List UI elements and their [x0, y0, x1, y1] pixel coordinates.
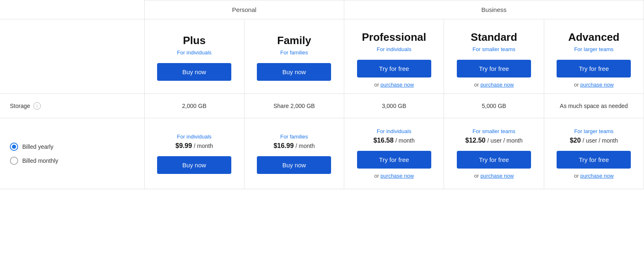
billed-yearly-option[interactable]: Billed yearly	[10, 143, 134, 151]
empty-header	[0, 0, 144, 19]
business-group-header: Business	[344, 0, 644, 19]
group-header-row: Personal Business	[0, 0, 644, 19]
billed-yearly-label: Billed yearly	[22, 143, 53, 150]
advanced-billing-cell: For larger teams $20 / user / month Try …	[544, 118, 644, 189]
storage-label-cell: Storage i	[0, 94, 144, 118]
plus-price: $9.99 / month	[151, 142, 237, 150]
family-price-unit: / month	[296, 143, 315, 149]
family-buy-button-bottom[interactable]: Buy now	[257, 156, 331, 174]
standard-purchase-now-link-bottom[interactable]: purchase now	[480, 173, 514, 179]
professional-price: $16.58 / month	[351, 137, 437, 144]
advanced-try-button[interactable]: Try for free	[557, 60, 631, 77]
plus-buy-button[interactable]: Buy now	[157, 63, 231, 81]
empty-plan-header	[0, 19, 144, 94]
storage-info-icon[interactable]: i	[33, 102, 41, 110]
family-price: $16.99 / month	[251, 142, 337, 150]
family-billing-subtitle: For families	[251, 134, 337, 140]
advanced-purchase-now-link[interactable]: purchase now	[580, 82, 613, 88]
plan-standard-header: Standard For smaller teams Try for free …	[444, 19, 544, 94]
advanced-purchase-link-top: or purchase now	[551, 82, 637, 88]
plus-billing-subtitle: For individuals	[151, 134, 237, 140]
plan-professional-name: Professional	[351, 31, 437, 44]
storage-label-inner: Storage i	[10, 102, 139, 110]
billed-yearly-radio[interactable]	[10, 143, 18, 151]
standard-price: $12.50 / user / month	[451, 137, 537, 144]
professional-price-unit: / month	[395, 137, 415, 144]
radio-inner-dot	[12, 145, 16, 149]
plan-advanced-subtitle: For larger teams	[551, 46, 637, 52]
plan-professional-subtitle: For individuals	[351, 46, 437, 52]
advanced-purchase-now-link-bottom[interactable]: purchase now	[580, 173, 613, 179]
plan-header-row: Plus For individuals Buy now Family For …	[0, 19, 644, 94]
billed-monthly-option[interactable]: Billed monthly	[10, 157, 134, 165]
professional-purchase-now-link-bottom[interactable]: purchase now	[381, 173, 414, 179]
advanced-purchase-link-bottom: or purchase now	[551, 173, 637, 179]
plan-family-subtitle: For families	[251, 49, 337, 56]
plus-billing-cell: For individuals $9.99 / month Buy now	[144, 118, 244, 189]
professional-purchase-now-link[interactable]: purchase now	[381, 82, 414, 88]
personal-group-header: Personal	[144, 0, 344, 19]
advanced-storage: As much space as needed	[544, 94, 644, 118]
billing-options-cell: Billed yearly Billed monthly	[0, 118, 144, 189]
professional-purchase-link-bottom: or purchase now	[351, 173, 437, 179]
plus-buy-button-bottom[interactable]: Buy now	[157, 156, 231, 174]
or-label-4: or	[374, 173, 381, 179]
plan-standard-subtitle: For smaller teams	[451, 46, 537, 52]
standard-purchase-now-link[interactable]: purchase now	[480, 82, 514, 88]
family-billing-cell: For families $16.99 / month Buy now	[244, 118, 344, 189]
professional-storage: 3,000 GB	[344, 94, 444, 118]
professional-try-button[interactable]: Try for free	[357, 60, 431, 77]
plus-price-unit: / month	[194, 143, 213, 149]
standard-storage: 5,000 GB	[444, 94, 544, 118]
billed-monthly-radio[interactable]	[10, 157, 18, 165]
or-label-3: or	[574, 82, 580, 88]
or-label: or	[374, 82, 381, 88]
standard-purchase-link-top: or purchase now	[451, 82, 537, 88]
standard-billing-subtitle: For smaller teams	[451, 128, 537, 134]
advanced-price: $20 / user / month	[551, 137, 637, 144]
plan-plus-subtitle: For individuals	[151, 49, 237, 56]
professional-billing-subtitle: For individuals	[351, 128, 437, 134]
billed-monthly-label: Billed monthly	[22, 157, 58, 164]
pricing-table: Personal Business Plus For individuals B…	[0, 0, 644, 189]
standard-billing-cell: For smaller teams $12.50 / user / month …	[444, 118, 544, 189]
family-storage: Share 2,000 GB	[244, 94, 344, 118]
plan-standard-name: Standard	[451, 31, 537, 44]
plan-family-name: Family	[251, 34, 337, 47]
plan-family-header: Family For families Buy now	[244, 19, 344, 94]
plan-plus-name: Plus	[151, 34, 237, 47]
or-label-2: or	[474, 82, 480, 88]
billing-radio-group: Billed yearly Billed monthly	[10, 143, 134, 165]
plan-plus-header: Plus For individuals Buy now	[144, 19, 244, 94]
advanced-billing-subtitle: For larger teams	[551, 128, 637, 134]
standard-try-button-bottom[interactable]: Try for free	[457, 151, 531, 169]
storage-row: Storage i 2,000 GB Share 2,000 GB 3,000 …	[0, 94, 644, 118]
family-buy-button[interactable]: Buy now	[257, 63, 331, 81]
storage-label-text: Storage	[10, 103, 30, 109]
advanced-try-button-bottom[interactable]: Try for free	[557, 151, 631, 169]
billing-row: Billed yearly Billed monthly For individ…	[0, 118, 644, 189]
professional-purchase-link-top: or purchase now	[351, 82, 437, 88]
standard-price-unit: / user / month	[487, 137, 523, 144]
standard-try-button[interactable]: Try for free	[457, 60, 531, 77]
standard-purchase-link-bottom: or purchase now	[451, 173, 537, 179]
or-label-5: or	[474, 173, 480, 179]
plan-professional-header: Professional For individuals Try for fre…	[344, 19, 444, 94]
advanced-price-unit: / user / month	[583, 137, 618, 144]
or-label-6: or	[574, 173, 580, 179]
plus-storage: 2,000 GB	[144, 94, 244, 118]
professional-try-button-bottom[interactable]: Try for free	[357, 151, 431, 169]
professional-billing-cell: For individuals $16.58 / month Try for f…	[344, 118, 444, 189]
plan-advanced-header: Advanced For larger teams Try for free o…	[544, 19, 644, 94]
plan-advanced-name: Advanced	[551, 31, 637, 44]
